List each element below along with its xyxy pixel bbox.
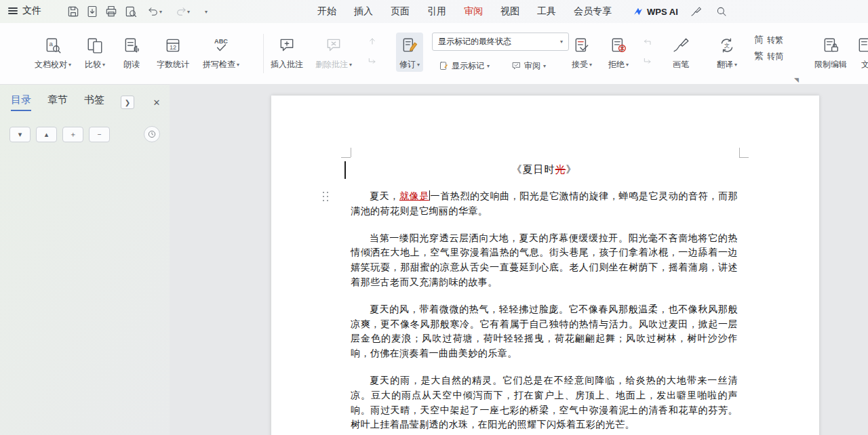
redo-icon <box>175 5 187 18</box>
wps-ai-button[interactable]: WPS AI <box>633 6 678 17</box>
print-button[interactable] <box>103 3 119 20</box>
paragraph-4: 夏天的雨，是大自然的精灵。它们总是在不经意间降临，给炎热的大地带来一丝清凉。豆大… <box>351 373 738 432</box>
next-comment-icon <box>367 56 378 67</box>
collapse-caret-icon: ◥ <box>794 77 799 83</box>
search-icon <box>715 5 728 18</box>
export-icon <box>85 5 99 18</box>
text-tool-button-clipped[interactable]: 文 <box>853 33 868 72</box>
sidebar-tabs: 目录 章节 书签 ❯ ✕ <box>11 94 163 111</box>
restrict-editing-icon <box>822 37 840 54</box>
print-preview-icon <box>124 5 138 18</box>
word-count-button[interactable]: 12 字数统计 <box>153 33 193 72</box>
tab-references[interactable]: 引用 <box>427 5 446 18</box>
sidebar-tab-chapters[interactable]: 章节 <box>47 94 68 111</box>
spell-check-button[interactable]: ABC 拼写检查▾ <box>199 33 243 72</box>
expand-all-button[interactable]: ▾ <box>9 127 31 142</box>
more-caret-icon: ▾ <box>205 9 208 15</box>
print-icon <box>104 5 118 18</box>
track-changes-button[interactable]: 修订▾ <box>396 33 423 72</box>
save-button[interactable] <box>65 3 81 20</box>
margin-cursor <box>344 161 346 179</box>
tab-review[interactable]: 审阅 <box>464 5 483 18</box>
to-traditional-button[interactable]: 简 转繁 <box>754 34 783 46</box>
simplified-char-icon: 简 <box>754 34 764 46</box>
review-pane-button[interactable]: 审阅 ▾ <box>509 58 549 73</box>
undo-icon <box>147 5 159 18</box>
insert-comment-button[interactable]: 插入批注 <box>267 33 307 72</box>
zoom-in-outline-button[interactable]: ＋ <box>62 127 83 142</box>
dropdown-caret-icon: ▾ <box>560 39 563 45</box>
track-changes-icon <box>401 37 418 54</box>
reject-change-button[interactable]: 拒绝▾ <box>605 33 632 72</box>
reject-change-icon <box>610 37 627 54</box>
delete-comment-button[interactable]: 删除批注▾ <box>312 33 355 72</box>
print-preview-button[interactable] <box>123 3 139 20</box>
paragraph-2: 当第一缕阳光穿透云层洒向大地，夏天的序幕便缓缓拉开。阳光毫不吝啬地将它的热情倾洒… <box>351 231 738 290</box>
ribbon-separator <box>263 34 264 73</box>
save-icon <box>66 5 80 18</box>
sidebar-expand-button[interactable]: ❯ <box>121 96 134 109</box>
tab-page[interactable]: 页面 <box>391 5 410 18</box>
sidebar-close-button[interactable]: ✕ <box>151 96 163 108</box>
convert-group: 简 转繁 繁 转简 <box>754 34 783 62</box>
collapse-all-button[interactable]: ▴ <box>36 127 57 142</box>
text-tool-icon <box>856 37 868 54</box>
read-aloud-icon <box>123 37 140 54</box>
navigation-sidebar: 目录 章节 书签 ❯ ✕ ▾ ▴ ＋ － <box>0 84 170 435</box>
ink-pen-button[interactable] <box>688 3 704 20</box>
next-change-button[interactable] <box>640 54 655 69</box>
margin-crop-mark <box>341 157 351 158</box>
markup-state-dropdown[interactable]: 显示标记的最终状态 ▾ <box>432 33 569 51</box>
sidebar-tab-contents[interactable]: 目录 <box>11 94 31 111</box>
tracked-deletion: 光 <box>555 163 566 175</box>
show-markup-button[interactable]: 显示标记 ▾ <box>436 58 492 73</box>
dropdown-caret-icon: ▾ <box>68 62 71 68</box>
undo-button[interactable]: ▾ <box>143 3 166 20</box>
paragraph-drag-handle[interactable] <box>323 192 330 203</box>
tab-home[interactable]: 开始 <box>317 5 336 18</box>
tab-view[interactable]: 视图 <box>500 5 519 18</box>
file-menu-button[interactable]: 文件 <box>8 5 41 17</box>
search-button[interactable] <box>713 3 730 20</box>
pen-button[interactable]: 画笔 <box>669 33 693 72</box>
previous-change-button[interactable] <box>640 34 655 49</box>
document-body: 《夏日时光》 夏天，就像是一首热烈的交响曲，阳光是它激情的旋律，蝉鸣是它灵动的音… <box>351 96 738 432</box>
word-count-icon: 12 <box>164 37 182 54</box>
accept-change-icon <box>573 37 591 54</box>
redo-caret-icon: ▾ <box>187 9 190 15</box>
tab-insert[interactable]: 插入 <box>354 5 373 18</box>
quick-access-more-button[interactable]: ▾ <box>198 3 214 20</box>
chevron-up-icon: ▴ <box>45 130 49 139</box>
dropdown-caret-icon: ▾ <box>589 62 592 68</box>
to-simplified-button[interactable]: 繁 转简 <box>754 50 783 62</box>
compare-button[interactable]: 比较▾ <box>81 33 108 72</box>
previous-comment-button[interactable] <box>365 34 380 49</box>
accept-change-button[interactable]: 接受▾ <box>568 33 595 72</box>
review-ribbon: a 文档校对▾ 比较▾ 朗读 12 字数统计 <box>0 23 868 85</box>
wps-ai-label: WPS AI <box>647 7 678 17</box>
chevron-down-icon: ▾ <box>18 130 22 139</box>
sidebar-tab-bookmarks[interactable]: 书签 <box>84 94 104 111</box>
next-comment-button[interactable] <box>365 54 380 69</box>
doc-proofread-button[interactable]: a 文档校对▾ <box>31 33 75 72</box>
redo-button[interactable]: ▾ <box>171 3 194 20</box>
collapse-ribbon-button[interactable]: ◥ <box>794 77 799 83</box>
tab-tools[interactable]: 工具 <box>537 5 556 18</box>
wps-writer-window: 文件 ▾ <box>0 0 868 435</box>
delete-comment-icon <box>325 37 342 54</box>
review-pane-icon <box>511 61 521 71</box>
restrict-editing-button[interactable]: 限制编辑 <box>811 33 850 72</box>
tracked-insertion: 就像是 <box>399 190 429 201</box>
pen-tool-icon <box>690 5 702 18</box>
zoom-out-outline-button[interactable]: － <box>89 127 110 142</box>
minus-icon: － <box>96 129 103 140</box>
translate-button[interactable]: 文 翻译▾ <box>713 33 741 72</box>
show-markup-icon <box>439 61 449 71</box>
compare-icon <box>86 37 104 54</box>
doc-proofread-icon: a <box>44 37 62 54</box>
tab-member[interactable]: 会员专享 <box>574 5 612 18</box>
read-aloud-button[interactable]: 朗读 <box>119 33 144 72</box>
margin-crop-mark <box>739 148 740 157</box>
locate-position-button[interactable] <box>144 126 160 142</box>
export-button[interactable] <box>84 3 100 20</box>
